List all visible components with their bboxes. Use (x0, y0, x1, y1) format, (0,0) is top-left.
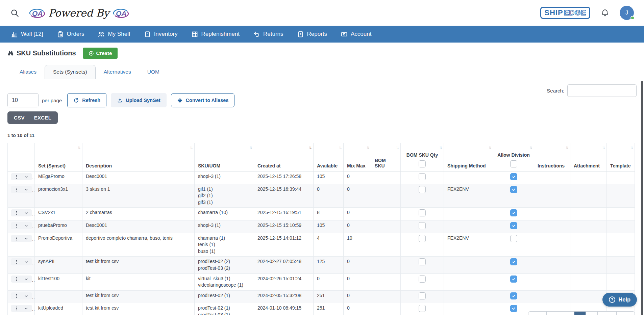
column-header-set[interactable]: ↑↓Set (Synset) (35, 143, 82, 172)
dots-vertical-icon[interactable] (14, 223, 19, 228)
column-header-template[interactable]: ↑↓Template (607, 143, 635, 172)
chevron-down-icon[interactable] (24, 277, 29, 282)
chevron-down-icon[interactable] (24, 306, 29, 311)
column-header-attachment[interactable]: ↑↓Attachment (570, 143, 607, 172)
tab-alternatives[interactable]: Alternatives (96, 65, 139, 79)
user-avatar[interactable]: J (620, 6, 634, 20)
column-header-created[interactable]: ↑↓Created at (254, 143, 314, 172)
sort-icon[interactable]: ↑↓ (630, 145, 633, 150)
chevron-down-icon[interactable] (24, 236, 29, 241)
allow-division-checkbox[interactable] (510, 186, 517, 193)
pagination-previous[interactable]: Previous (546, 312, 574, 315)
tab-sets-synsets[interactable]: Sets (Synsets) (45, 65, 96, 79)
row-actions-cell (8, 257, 35, 273)
sort-icon[interactable]: ↑↓ (309, 145, 311, 150)
allow-division-checkbox[interactable] (510, 275, 517, 283)
chevron-down-icon[interactable] (24, 259, 29, 264)
column-header-shipping[interactable]: ↑↓Shipping Method (444, 143, 493, 172)
create-button[interactable]: Create (83, 48, 118, 59)
pagination-last[interactable]: Last (616, 312, 634, 315)
cell-bom-sku-qty (401, 233, 444, 257)
dots-vertical-icon[interactable] (14, 174, 19, 179)
column-header-description[interactable]: ↑↓Description (82, 143, 195, 172)
nav-item-wall[interactable]: Wall [12] (11, 31, 43, 38)
dots-vertical-icon[interactable] (14, 259, 19, 264)
dots-vertical-icon[interactable] (14, 277, 19, 282)
column-header-instructions[interactable]: ↑↓Instructions (534, 143, 570, 172)
sort-icon[interactable]: ↑↓ (566, 145, 568, 150)
export-csv-button[interactable]: CSV (7, 111, 29, 124)
chevron-down-icon[interactable] (24, 210, 29, 215)
allow-division-checkbox[interactable] (510, 305, 517, 312)
nav-item-reports[interactable]: Reports (297, 31, 327, 38)
search-icon[interactable] (10, 8, 19, 18)
bom_sku_qty-header-checkbox[interactable] (419, 160, 426, 167)
row-action-group (11, 292, 32, 299)
dots-vertical-icon[interactable] (14, 187, 19, 192)
scrollbar-thumb[interactable] (641, 81, 643, 315)
chevron-down-icon[interactable] (24, 187, 29, 192)
sort-icon[interactable]: ↑↓ (396, 145, 398, 150)
column-header-bom_sku_qty[interactable]: ↑↓BOM SKU Qty (401, 143, 444, 172)
allow-division-checkbox[interactable] (510, 292, 517, 299)
bom-sku-qty-checkbox[interactable] (419, 305, 426, 312)
chevron-down-icon[interactable] (24, 223, 29, 228)
pagination-2[interactable]: 2 (586, 312, 597, 315)
allow-division-checkbox[interactable] (510, 209, 517, 216)
bom-sku-qty-checkbox[interactable] (419, 275, 426, 283)
nav-item-orders[interactable]: Orders (57, 31, 84, 38)
sort-icon[interactable]: ↑↓ (249, 145, 252, 150)
sort-icon[interactable]: ↑↓ (489, 145, 491, 150)
sort-icon[interactable]: ↑↓ (190, 145, 192, 150)
export-excel-button[interactable]: EXCEL (29, 111, 58, 124)
column-header-allow_division[interactable]: ↑↓Allow Division (493, 143, 534, 172)
sort-icon[interactable]: ↑↓ (367, 145, 369, 150)
sort-icon[interactable]: ↑↓ (339, 145, 341, 150)
dots-vertical-icon[interactable] (14, 236, 19, 241)
allow-division-checkbox[interactable] (510, 222, 517, 229)
nav-item-returns[interactable]: Returns (253, 31, 283, 38)
per-page-input[interactable] (7, 93, 39, 107)
bom-sku-qty-checkbox[interactable] (419, 222, 426, 229)
allow-division-checkbox[interactable] (510, 235, 517, 242)
sort-icon[interactable]: ↑↓ (439, 145, 442, 150)
bom-sku-qty-checkbox[interactable] (419, 292, 426, 299)
column-header-bom_sku[interactable]: ↑↓BOM SKU (371, 143, 401, 172)
help-button[interactable]: ? Help (602, 293, 637, 307)
allow_division-header-checkbox[interactable] (510, 160, 517, 167)
table-search-input[interactable] (567, 84, 637, 97)
tab-uom[interactable]: UOM (139, 65, 168, 79)
pagination-1[interactable]: 1 (574, 312, 586, 315)
bom-sku-qty-checkbox[interactable] (419, 186, 426, 193)
nav-item-account[interactable]: Account (341, 31, 371, 38)
dots-vertical-icon[interactable] (14, 210, 19, 215)
column-header-mix_max[interactable]: ↑↓Mix Max (344, 143, 371, 172)
bom-sku-qty-checkbox[interactable] (419, 235, 426, 242)
chevron-down-icon[interactable] (24, 174, 29, 179)
allow-division-checkbox[interactable] (510, 173, 517, 180)
convert-to-aliases-button[interactable]: Convert to Aliases (171, 93, 235, 107)
nav-item-replenishment[interactable]: Replenishment (191, 31, 240, 38)
nav-item-my-shelf[interactable]: My Shelf (98, 31, 130, 38)
pagination-first[interactable]: First (528, 312, 546, 315)
tab-aliases[interactable]: Aliases (11, 65, 45, 79)
pagination-next[interactable]: Next (597, 312, 616, 315)
dots-vertical-icon[interactable] (14, 293, 19, 298)
column-header-skus[interactable]: ↑↓SKU/UOM (195, 143, 254, 172)
allow-division-checkbox[interactable] (510, 258, 517, 265)
notifications-bell-icon[interactable] (600, 8, 610, 18)
bom-sku-qty-checkbox[interactable] (419, 173, 426, 180)
table-row: CSV2x12 chamarraschamarra (10)2025-12-15… (8, 208, 635, 220)
upload-synset-button[interactable]: Upload SynSet (111, 93, 166, 107)
dots-vertical-icon[interactable] (14, 306, 19, 311)
bom-sku-qty-checkbox[interactable] (419, 258, 426, 265)
cell-template (607, 220, 635, 233)
chevron-down-icon[interactable] (24, 293, 29, 298)
sort-icon[interactable]: ↑↓ (78, 145, 80, 150)
sort-icon[interactable]: ↑↓ (529, 145, 532, 150)
column-header-available[interactable]: ↑↓Available (314, 143, 344, 172)
bom-sku-qty-checkbox[interactable] (419, 209, 426, 216)
sort-icon[interactable]: ↑↓ (602, 145, 604, 150)
refresh-button[interactable]: Refresh (67, 93, 106, 107)
nav-item-inventory[interactable]: Inventory (144, 31, 178, 38)
